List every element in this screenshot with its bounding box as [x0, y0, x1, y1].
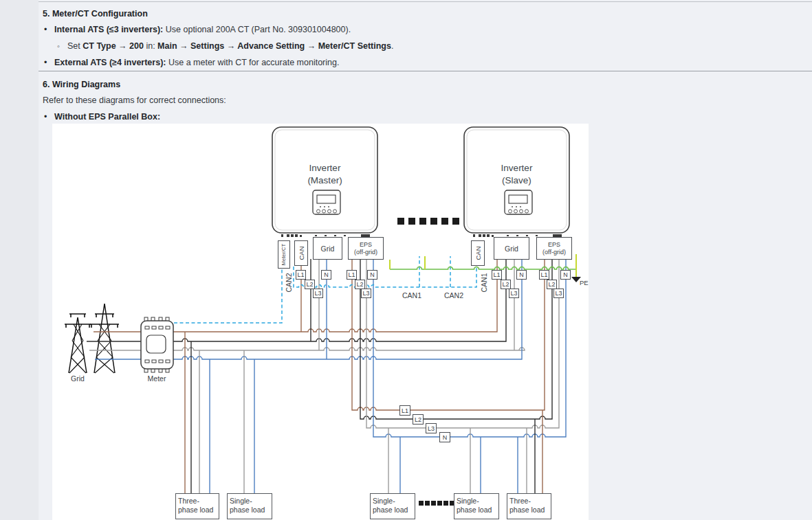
comm-wires [174, 256, 476, 323]
pin-l3-slave-eps: L3 [553, 289, 564, 298]
can1-rotated-label: CAN1 [480, 269, 489, 297]
load-box-three-phase-1: Three-phase load [175, 493, 219, 519]
pin-l2-slave-grid: L2 [501, 280, 511, 289]
inverter-master-label: Inverter (Master) [272, 162, 377, 187]
display-panel-icon [505, 190, 532, 214]
display-panel-icon [313, 190, 340, 214]
meter-label: Meter [140, 374, 174, 383]
pin-l1-slave-grid: L1 [492, 270, 502, 280]
grid-towers-icon [65, 304, 119, 373]
pin-n-slave-grid: N [516, 270, 527, 280]
pin-l2-master-eps: L2 [355, 280, 365, 289]
port-eps-slave: EPS(off-grid) [536, 237, 572, 260]
port-eps-master: EPS(off-grid) [348, 237, 384, 260]
load-box-single-phase-3: Single-phase load [454, 493, 499, 519]
ellipsis-separator-bottom [419, 501, 454, 506]
port-grid-master: Grid [313, 237, 342, 260]
pin-l2-master-grid: L2 [305, 280, 315, 289]
meter-icon [141, 317, 173, 372]
eps-bus-label-l2: L2 [413, 414, 424, 425]
load-box-single-phase-2: Single-phase load [370, 493, 415, 519]
pin-n-master-eps: N [367, 270, 377, 280]
pin-l2-slave-eps: L2 [547, 280, 557, 289]
inverter-slave-label: Inverter (Slave) [464, 162, 569, 187]
pin-l1-master-eps: L1 [347, 270, 357, 280]
eps-bus-label-l3: L3 [426, 423, 437, 433]
can1-label: CAN1 [402, 291, 421, 299]
pin-l3-master-grid: L3 [313, 289, 323, 298]
can2-rotated-label: CAN2 [285, 269, 294, 297]
port-grid-slave: Grid [494, 237, 529, 260]
pin-l3-master-eps: L3 [361, 289, 371, 298]
pin-l1-slave-eps: L1 [539, 270, 549, 280]
grid-feeder-wires [87, 332, 141, 359]
pe-label: PE [580, 279, 589, 286]
eps-bus-wires [352, 259, 566, 437]
grid-label: Grid [61, 374, 95, 383]
wiring-diagram [0, 0, 812, 520]
load-box-three-phase-2: Three-phase load [507, 493, 551, 519]
load-box-single-phase-1: Single-phase load [227, 493, 272, 519]
pin-l3-slave-grid: L3 [509, 289, 519, 298]
pin-n-slave-eps: N [560, 270, 571, 280]
load-drop-wires [185, 332, 542, 493]
pin-l1-master-grid: L1 [296, 270, 306, 280]
port-can-slave: CAN [471, 240, 485, 266]
ellipsis-separator-top [397, 218, 459, 225]
eps-bus-label-n: N [439, 432, 450, 442]
port-meter-ct-master: Meter/CT [278, 240, 290, 269]
can2-label: CAN2 [444, 291, 463, 299]
eps-bus-label-l1: L1 [399, 405, 410, 416]
pin-n-master-grid: N [321, 270, 331, 280]
port-can-master: CAN [294, 240, 308, 266]
